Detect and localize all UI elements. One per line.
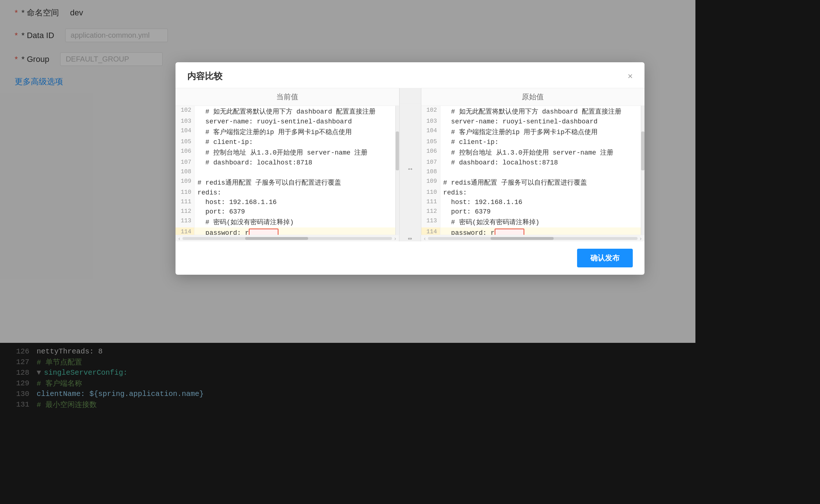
- confirm-publish-button[interactable]: 确认发布: [577, 249, 633, 267]
- right-hscrollbar[interactable]: ‹ ›: [421, 235, 644, 241]
- diff-left-line-106: 106 # 控制台地址 从1.3.0开始使用 server-name 注册: [176, 147, 399, 158]
- right-scroll-arrow-left[interactable]: ‹: [424, 236, 426, 241]
- diff-left-line-112: 112 port: 6379: [176, 207, 399, 216]
- diff-right-line-103: 103 server-name: ruoyi-sentinel-dashboar…: [421, 117, 645, 126]
- overlay: 内容比较 × 当前值 102 # 如无此: [0, 0, 820, 504]
- diff-left-line-114: 114 password: r: [176, 227, 399, 235]
- diff-right-line-104: 104 # 客户端指定注册的ip 用于多网卡ip不稳点使用: [421, 126, 645, 137]
- diff-right-line-106: 106 # 控制台地址 从1.3.0开始使用 server-name 注册: [421, 147, 645, 158]
- diff-right-line-113: 113 # 密码(如没有密码请注释掉): [421, 216, 645, 227]
- diff-left-line-103: 103 server-name: ruoyi-sentinel-dashboar…: [176, 117, 399, 126]
- left-scroll-arrow-left[interactable]: ‹: [178, 236, 180, 241]
- scrollbar-connector: ⇔: [399, 235, 421, 241]
- diff-left-line-105: 105 # client-ip:: [176, 137, 399, 147]
- diff-left-line-111: 111 host: 192.168.1.16: [176, 197, 399, 207]
- dialog-close-button[interactable]: ×: [628, 72, 633, 81]
- left-panel-vscroll-thumb: [396, 131, 399, 170]
- diff-right-line-107: 107 # dashboard: localhost:8718: [421, 158, 645, 167]
- diff-container: 当前值 102 # 如无此配置将默认使用下方 dashboard 配置直接注册: [176, 88, 644, 235]
- left-scroll-thumb: [245, 237, 308, 240]
- diff-scrollbar-row: ‹ › ⇔ ‹ ›: [176, 235, 644, 241]
- diff-left-line-109: 109 # redis通用配置 子服务可以自行配置进行覆盖: [176, 177, 399, 188]
- diff-right-line-108: 108: [421, 167, 645, 177]
- scrollbar-connector-arrows: ⇔: [408, 236, 412, 241]
- dialog-body: 当前值 102 # 如无此配置将默认使用下方 dashboard 配置直接注册: [176, 88, 644, 241]
- original-value-scroll[interactable]: 102 # 如无此配置将默认使用下方 dashboard 配置直接注册 103 …: [421, 106, 645, 235]
- diff-connector-body: ↔: [407, 103, 414, 235]
- dialog-header: 内容比较 ×: [176, 62, 644, 88]
- diff-left-line-102: 102 # 如无此配置将默认使用下方 dashboard 配置直接注册: [176, 106, 399, 117]
- diff-right-line-112: 112 port: 6379: [421, 207, 645, 216]
- right-scroll-track[interactable]: [428, 237, 638, 240]
- diff-left-line-104: 104 # 客户端指定注册的ip 用于多网卡ip不稳点使用: [176, 126, 399, 137]
- diff-right-line-110: 110 redis:: [421, 188, 645, 197]
- diff-connector: ↔: [399, 88, 421, 235]
- left-scroll-track[interactable]: [182, 237, 392, 240]
- right-scroll-arrow-right[interactable]: ›: [640, 236, 642, 241]
- right-scroll-thumb: [491, 237, 554, 240]
- diff-right-line-114: 114 password: r: [421, 227, 645, 235]
- left-scroll-arrow-right[interactable]: ›: [394, 236, 396, 241]
- left-redbox: [249, 229, 278, 235]
- left-panel-vscroll[interactable]: [395, 106, 399, 235]
- diff-left-line-110: 110 redis:: [176, 188, 399, 197]
- dialog: 内容比较 × 当前值 102 # 如无此: [176, 62, 644, 275]
- dialog-footer: 确认发布: [176, 241, 644, 275]
- connector-arrows-icon: ↔: [407, 165, 414, 173]
- right-panel-vscroll-thumb: [641, 131, 644, 170]
- diff-right-line-109: 109 # redis通用配置 子服务可以自行配置进行覆盖: [421, 177, 645, 188]
- current-value-scroll[interactable]: 102 # 如无此配置将默认使用下方 dashboard 配置直接注册 103 …: [176, 106, 399, 235]
- right-redbox: [495, 229, 524, 235]
- diff-right-line-102: 102 # 如无此配置将默认使用下方 dashboard 配置直接注册: [421, 106, 645, 117]
- diff-connector-header: [400, 88, 421, 103]
- current-value-header: 当前值: [176, 88, 399, 106]
- diff-left-line-108: 108: [176, 167, 399, 177]
- diff-left-line-113: 113 # 密码(如没有密码请注释掉): [176, 216, 399, 227]
- diff-right-line-111: 111 host: 192.168.1.16: [421, 197, 645, 207]
- right-panel-vscroll[interactable]: [641, 106, 644, 235]
- current-value-panel: 当前值 102 # 如无此配置将默认使用下方 dashboard 配置直接注册: [176, 88, 399, 235]
- original-value-header: 原始值: [421, 88, 645, 106]
- diff-right-line-105: 105 # client-ip:: [421, 137, 645, 147]
- dialog-title: 内容比较: [187, 70, 222, 82]
- diff-left-line-107: 107 # dashboard: localhost:8718: [176, 158, 399, 167]
- left-hscrollbar[interactable]: ‹ ›: [176, 235, 399, 241]
- original-value-panel: 原始值 102 # 如无此配置将默认使用下方 dashboard 配置直接注册 …: [421, 88, 645, 235]
